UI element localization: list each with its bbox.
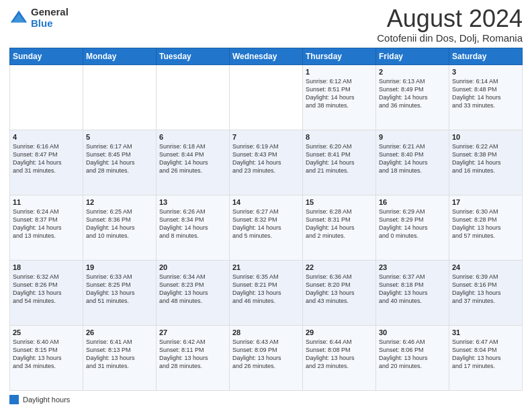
day-number: 3 xyxy=(452,68,519,76)
week-row-2: 4Sunrise: 6:16 AM Sunset: 8:47 PM Daylig… xyxy=(10,130,523,195)
day-number: 19 xyxy=(86,263,153,271)
day-number: 16 xyxy=(379,198,446,206)
day-info: Sunrise: 6:34 AM Sunset: 8:23 PM Dayligh… xyxy=(159,273,226,306)
calendar-cell: 14Sunrise: 6:27 AM Sunset: 8:32 PM Dayli… xyxy=(230,195,303,261)
day-info: Sunrise: 6:35 AM Sunset: 8:21 PM Dayligh… xyxy=(232,273,300,306)
day-number: 17 xyxy=(452,198,519,206)
calendar-cell: 20Sunrise: 6:34 AM Sunset: 8:23 PM Dayli… xyxy=(157,261,230,326)
day-info: Sunrise: 6:41 AM Sunset: 8:13 PM Dayligh… xyxy=(86,338,153,371)
day-info: Sunrise: 6:30 AM Sunset: 8:28 PM Dayligh… xyxy=(452,208,519,240)
day-info: Sunrise: 6:14 AM Sunset: 8:48 PM Dayligh… xyxy=(452,77,519,110)
day-number: 29 xyxy=(306,328,373,336)
calendar-cell xyxy=(157,65,230,130)
day-number: 31 xyxy=(452,328,519,336)
day-number: 24 xyxy=(452,263,519,271)
calendar-cell: 31Sunrise: 6:47 AM Sunset: 8:04 PM Dayli… xyxy=(449,326,523,391)
day-info: Sunrise: 6:21 AM Sunset: 8:40 PM Dayligh… xyxy=(379,142,446,175)
calendar-cell: 22Sunrise: 6:36 AM Sunset: 8:20 PM Dayli… xyxy=(303,261,376,326)
calendar-cell: 2Sunrise: 6:13 AM Sunset: 8:49 PM Daylig… xyxy=(376,65,449,130)
calendar-cell: 21Sunrise: 6:35 AM Sunset: 8:21 PM Dayli… xyxy=(230,261,303,326)
calendar-cell xyxy=(230,65,303,130)
day-info: Sunrise: 6:29 AM Sunset: 8:29 PM Dayligh… xyxy=(379,208,446,240)
day-number: 2 xyxy=(379,68,446,76)
day-number: 6 xyxy=(159,133,226,141)
calendar-cell: 9Sunrise: 6:21 AM Sunset: 8:40 PM Daylig… xyxy=(376,130,449,195)
day-info: Sunrise: 6:25 AM Sunset: 8:36 PM Dayligh… xyxy=(86,208,153,240)
weekday-tuesday: Tuesday xyxy=(157,48,230,65)
calendar-cell xyxy=(10,65,83,130)
day-info: Sunrise: 6:28 AM Sunset: 8:31 PM Dayligh… xyxy=(306,208,373,240)
day-info: Sunrise: 6:26 AM Sunset: 8:34 PM Dayligh… xyxy=(159,208,226,240)
logo-blue-text: Blue xyxy=(31,18,69,30)
day-info: Sunrise: 6:19 AM Sunset: 8:43 PM Dayligh… xyxy=(232,142,300,175)
day-number: 5 xyxy=(86,133,153,141)
day-info: Sunrise: 6:22 AM Sunset: 8:38 PM Dayligh… xyxy=(452,142,519,175)
calendar-cell: 26Sunrise: 6:41 AM Sunset: 8:13 PM Dayli… xyxy=(83,326,157,391)
day-number: 21 xyxy=(232,263,300,271)
calendar-cell: 7Sunrise: 6:19 AM Sunset: 8:43 PM Daylig… xyxy=(230,130,303,195)
day-info: Sunrise: 6:20 AM Sunset: 8:41 PM Dayligh… xyxy=(306,142,373,175)
day-info: Sunrise: 6:37 AM Sunset: 8:18 PM Dayligh… xyxy=(379,273,446,306)
calendar-cell: 15Sunrise: 6:28 AM Sunset: 8:31 PM Dayli… xyxy=(303,195,376,261)
day-info: Sunrise: 6:13 AM Sunset: 8:49 PM Dayligh… xyxy=(379,77,446,110)
day-info: Sunrise: 6:40 AM Sunset: 8:15 PM Dayligh… xyxy=(13,338,80,371)
calendar-cell: 30Sunrise: 6:46 AM Sunset: 8:06 PM Dayli… xyxy=(376,326,449,391)
day-number: 22 xyxy=(306,263,373,271)
logo-icon xyxy=(9,9,28,28)
calendar-cell: 8Sunrise: 6:20 AM Sunset: 8:41 PM Daylig… xyxy=(303,130,376,195)
legend-box xyxy=(9,395,19,404)
logo-general-text: General xyxy=(31,7,69,18)
day-info: Sunrise: 6:47 AM Sunset: 8:04 PM Dayligh… xyxy=(452,338,519,371)
logo: General Blue xyxy=(9,7,69,29)
weekday-header-row: SundayMondayTuesdayWednesdayThursdayFrid… xyxy=(10,48,523,65)
calendar-cell: 16Sunrise: 6:29 AM Sunset: 8:29 PM Dayli… xyxy=(376,195,449,261)
calendar-cell: 29Sunrise: 6:44 AM Sunset: 8:08 PM Dayli… xyxy=(303,326,376,391)
day-info: Sunrise: 6:46 AM Sunset: 8:06 PM Dayligh… xyxy=(379,338,446,371)
weekday-monday: Monday xyxy=(83,48,157,65)
day-number: 25 xyxy=(13,328,80,336)
calendar-table: SundayMondayTuesdayWednesdayThursdayFrid… xyxy=(9,48,523,391)
day-number: 14 xyxy=(232,198,300,206)
week-row-1: 1Sunrise: 6:12 AM Sunset: 8:51 PM Daylig… xyxy=(10,65,523,130)
weekday-thursday: Thursday xyxy=(303,48,376,65)
day-info: Sunrise: 6:44 AM Sunset: 8:08 PM Dayligh… xyxy=(306,338,373,371)
calendar-cell xyxy=(83,65,157,130)
calendar-cell: 25Sunrise: 6:40 AM Sunset: 8:15 PM Dayli… xyxy=(10,326,83,391)
day-number: 7 xyxy=(232,133,300,141)
day-number: 13 xyxy=(159,198,226,206)
calendar-cell: 23Sunrise: 6:37 AM Sunset: 8:18 PM Dayli… xyxy=(376,261,449,326)
day-info: Sunrise: 6:43 AM Sunset: 8:09 PM Dayligh… xyxy=(232,338,300,371)
calendar: SundayMondayTuesdayWednesdayThursdayFrid… xyxy=(9,48,523,391)
calendar-cell: 10Sunrise: 6:22 AM Sunset: 8:38 PM Dayli… xyxy=(449,130,523,195)
calendar-cell: 13Sunrise: 6:26 AM Sunset: 8:34 PM Dayli… xyxy=(157,195,230,261)
day-info: Sunrise: 6:33 AM Sunset: 8:25 PM Dayligh… xyxy=(86,273,153,306)
day-info: Sunrise: 6:36 AM Sunset: 8:20 PM Dayligh… xyxy=(306,273,373,306)
weekday-saturday: Saturday xyxy=(449,48,523,65)
week-row-3: 11Sunrise: 6:24 AM Sunset: 8:37 PM Dayli… xyxy=(10,195,523,261)
calendar-cell: 24Sunrise: 6:39 AM Sunset: 8:16 PM Dayli… xyxy=(449,261,523,326)
day-number: 15 xyxy=(306,198,373,206)
calendar-cell: 11Sunrise: 6:24 AM Sunset: 8:37 PM Dayli… xyxy=(10,195,83,261)
day-number: 1 xyxy=(306,68,373,76)
day-info: Sunrise: 6:18 AM Sunset: 8:44 PM Dayligh… xyxy=(159,142,226,175)
calendar-cell: 4Sunrise: 6:16 AM Sunset: 8:47 PM Daylig… xyxy=(10,130,83,195)
day-number: 27 xyxy=(159,328,226,336)
weekday-sunday: Sunday xyxy=(10,48,83,65)
footer: Daylight hours xyxy=(9,395,523,404)
day-number: 8 xyxy=(306,133,373,141)
day-number: 18 xyxy=(13,263,80,271)
day-info: Sunrise: 6:24 AM Sunset: 8:37 PM Dayligh… xyxy=(13,208,80,240)
day-number: 23 xyxy=(379,263,446,271)
day-info: Sunrise: 6:39 AM Sunset: 8:16 PM Dayligh… xyxy=(452,273,519,306)
legend-label: Daylight hours xyxy=(23,396,70,404)
week-row-5: 25Sunrise: 6:40 AM Sunset: 8:15 PM Dayli… xyxy=(10,326,523,391)
day-number: 4 xyxy=(13,133,80,141)
calendar-cell: 5Sunrise: 6:17 AM Sunset: 8:45 PM Daylig… xyxy=(83,130,157,195)
weekday-friday: Friday xyxy=(376,48,449,65)
calendar-cell: 17Sunrise: 6:30 AM Sunset: 8:28 PM Dayli… xyxy=(449,195,523,261)
location-text: Cotofenii din Dos, Dolj, Romania xyxy=(377,32,523,44)
day-number: 10 xyxy=(452,133,519,141)
day-info: Sunrise: 6:32 AM Sunset: 8:26 PM Dayligh… xyxy=(13,273,80,306)
day-number: 30 xyxy=(379,328,446,336)
day-number: 12 xyxy=(86,198,153,206)
